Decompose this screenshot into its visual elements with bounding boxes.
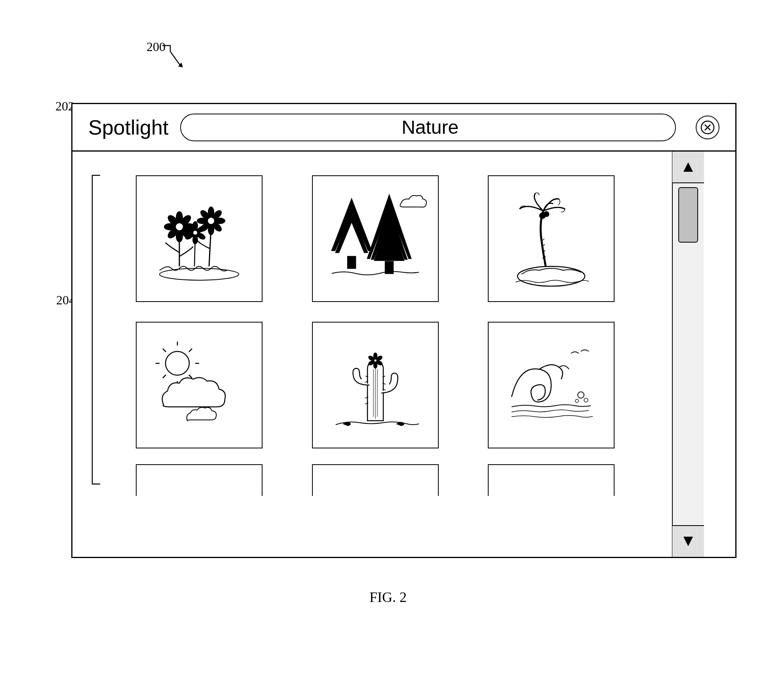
svg-line-57 [542,239,544,241]
svg-point-85 [374,363,377,368]
svg-rect-47 [348,256,356,268]
grid-item-clouds[interactable] [136,322,263,448]
svg-point-88 [578,392,584,398]
main-window: Spotlight Nature [71,103,736,558]
fig-label: FIG. 2 [369,589,407,606]
svg-line-66 [163,349,166,352]
trees-icon [324,187,427,290]
group-bracket [84,171,104,488]
scroll-down-button[interactable] [672,525,704,557]
search-input-wrapper: Nature [180,114,676,141]
svg-marker-92 [683,537,693,546]
svg-point-35 [193,222,198,230]
wave-icon [500,334,603,437]
partial-row [136,464,640,496]
svg-line-68 [189,349,192,352]
svg-point-60 [518,266,585,286]
svg-point-82 [374,353,377,359]
partial-item-1 [136,464,263,496]
grid-item-trees[interactable] [312,175,439,302]
svg-point-61 [166,351,189,375]
scroll-up-button[interactable] [672,152,704,183]
svg-point-89 [584,398,588,402]
spotlight-label: Spotlight [88,116,168,139]
partial-item-3 [488,464,615,496]
diagram-wrapper: 200 202 204 206 Spotl [32,24,744,637]
clear-button[interactable] [696,116,719,139]
palm-icon [500,187,603,290]
search-input-text[interactable]: Nature [193,116,667,138]
svg-point-34 [193,230,198,235]
svg-marker-91 [683,162,693,172]
grid-item-cactus[interactable] [312,322,439,448]
grid-item-flowers[interactable] [136,175,263,302]
svg-line-69 [163,375,166,378]
svg-line-67 [189,375,192,378]
grid-item-wave[interactable] [488,322,615,448]
svg-point-59 [544,212,549,216]
grid-item-palm[interactable] [488,175,615,302]
search-bar-area: Spotlight Nature [72,104,735,152]
content-area [72,152,704,557]
svg-point-81 [374,359,377,362]
flowers-icon [148,187,251,290]
grid-area [72,152,672,557]
cactus-icon [324,334,427,437]
ref-200-label: 200 [147,40,166,54]
scrollbar [672,152,704,557]
items-grid [136,175,640,448]
partial-item-2 [312,464,439,496]
scroll-thumb[interactable] [678,187,698,243]
svg-point-42 [160,268,239,280]
clouds-icon [148,334,251,437]
svg-point-90 [575,399,578,403]
svg-line-0 [170,51,180,65]
